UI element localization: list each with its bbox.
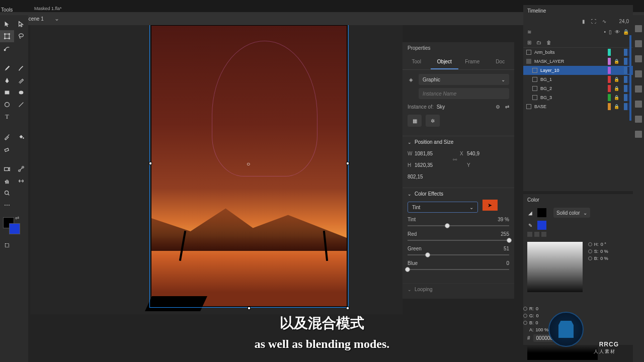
new-folder-icon[interactable]: 🗀 (536, 40, 541, 45)
red-value[interactable]: 255 (501, 231, 509, 237)
delete-layer-icon[interactable]: 🗑 (546, 40, 551, 45)
fill-icon[interactable]: ◢ (527, 210, 533, 216)
camera-tool[interactable] (0, 163, 14, 175)
stroke-icon[interactable]: ✎ (527, 222, 533, 228)
color-effect-dropdown[interactable]: Tint⌄ (408, 202, 478, 213)
symbol-type-dropdown[interactable]: Graphic⌄ (419, 74, 509, 85)
eyedropper-tool[interactable] (0, 131, 14, 143)
zoom-tool[interactable] (0, 187, 14, 199)
subselection-tool[interactable] (14, 18, 28, 30)
frame-picker-button[interactable]: ✲ (426, 115, 440, 127)
x-value[interactable]: 540,9 (467, 151, 502, 156)
snap-to-object-icon[interactable] (0, 239, 14, 251)
layer-lock-icon[interactable]: 🔒 (614, 104, 619, 109)
swap-colors-icon[interactable] (541, 232, 546, 237)
color-effects-header[interactable]: ⌄Color Effects (403, 188, 514, 200)
layer-name[interactable]: BG_1 (540, 77, 583, 82)
selection-tool[interactable] (0, 18, 14, 30)
width-tool[interactable] (14, 175, 28, 187)
paint-bucket-tool[interactable] (14, 131, 28, 143)
eye-icon[interactable]: 👁 (615, 29, 620, 35)
red-slider[interactable] (408, 240, 509, 241)
layer-row[interactable]: BG_3🔒 (523, 93, 633, 102)
layer-color-swatch[interactable] (608, 58, 611, 65)
layer-name[interactable]: Arm_bolts (534, 50, 577, 55)
line-tool[interactable] (14, 99, 28, 111)
fluid-brush-tool[interactable] (0, 42, 14, 54)
tint-percent[interactable]: 39 % (498, 217, 509, 222)
color-type-dropdown[interactable]: Solid color⌄ (553, 208, 590, 218)
tab-frame[interactable]: Frame (458, 55, 487, 69)
looping-header[interactable]: ⌄Looping (403, 283, 514, 295)
default-colors-icon[interactable] (527, 232, 532, 237)
layer-color-swatch[interactable] (608, 49, 611, 56)
stroke-color-preview[interactable] (537, 221, 546, 230)
hsb-radio[interactable] (588, 256, 592, 260)
width-value[interactable]: 1081,85 (415, 151, 450, 156)
layer-row[interactable]: BG_1🔒 (523, 75, 633, 84)
dock-icon[interactable] (635, 70, 642, 77)
layer-lock-icon[interactable]: 🔒 (614, 95, 619, 100)
g-value[interactable]: 0 (536, 313, 539, 318)
lock-icon[interactable]: 🔒 (623, 29, 629, 35)
text-tool[interactable]: T (0, 111, 14, 123)
brush-tool[interactable] (0, 62, 14, 74)
layer-row[interactable]: Layer_10 (523, 66, 633, 75)
eraser-tool[interactable] (0, 143, 14, 155)
chevron-down-icon[interactable]: ⌄ (53, 15, 61, 23)
camera-icon[interactable]: ▮ (582, 19, 585, 24)
transform-handle[interactable] (248, 307, 251, 310)
b-value[interactable]: 0 % (600, 256, 608, 261)
blue-value[interactable]: 0 (506, 260, 509, 266)
hsb-radio[interactable] (588, 249, 592, 253)
blue-slider[interactable] (408, 269, 509, 270)
tab-object[interactable]: Object (431, 55, 459, 69)
rgb-radio[interactable] (523, 314, 527, 318)
stage-canvas[interactable]: ○ (30, 25, 403, 314)
oval-tool[interactable] (14, 86, 28, 99)
rectangle-tool[interactable] (0, 86, 14, 99)
settings-icon[interactable]: ⚙ (496, 104, 500, 110)
layer-name[interactable]: BG_3 (540, 95, 583, 100)
green-value[interactable]: 51 (504, 246, 509, 251)
layer-row[interactable]: Arm_bolts (523, 48, 633, 57)
layer-color-swatch[interactable] (608, 94, 611, 101)
bone-tool[interactable] (14, 163, 28, 175)
parenting-icon[interactable]: ⛶ (591, 19, 596, 24)
hsb-radio[interactable] (588, 242, 592, 246)
transform-handle[interactable] (149, 162, 152, 165)
layer-color-swatch[interactable] (608, 76, 611, 83)
highlight-layer-icon[interactable]: • (604, 29, 606, 35)
green-slider[interactable] (408, 254, 509, 255)
playhead-marker[interactable] (629, 35, 631, 121)
tab-tool[interactable]: Tool (403, 55, 431, 69)
fill-color-preview[interactable] (537, 208, 546, 217)
document-tab[interactable]: Masked 1.fla* (34, 6, 62, 11)
color-picker[interactable] (527, 242, 583, 292)
rgb-radio[interactable] (523, 307, 527, 311)
s-value[interactable]: 0 % (600, 249, 608, 254)
graph-icon[interactable]: ∿ (602, 19, 606, 24)
layer-name[interactable]: BG_2 (540, 86, 583, 91)
swap-symbol-icon[interactable]: ⇄ (505, 104, 509, 110)
polystar-tool[interactable] (0, 99, 14, 111)
position-size-header[interactable]: ⌄Position and Size (403, 136, 514, 148)
hand-tool[interactable] (0, 175, 14, 187)
link-dimensions-icon[interactable]: ⚯ (450, 157, 460, 162)
layer-depth-icon[interactable]: ≋ (527, 29, 531, 35)
dock-icon[interactable] (635, 101, 642, 108)
layer-visibility-icon[interactable]: ▯ (609, 29, 612, 35)
a-value[interactable]: 100 % (536, 327, 549, 332)
layer-lock-icon[interactable]: 🔒 (614, 77, 619, 82)
no-color-icon[interactable] (534, 232, 539, 237)
h-value[interactable]: 0 ° (601, 242, 606, 247)
layer-name[interactable]: BASE (534, 104, 577, 109)
layer-name[interactable]: MASK_LAYER (534, 59, 577, 64)
pencil-tool[interactable] (14, 74, 28, 86)
dock-icon[interactable] (635, 40, 642, 47)
tint-slider[interactable] (408, 225, 509, 226)
free-transform-tool[interactable] (0, 30, 14, 42)
dock-icon[interactable] (635, 116, 642, 123)
y-value[interactable]: 802,15 (408, 174, 415, 179)
lasso-tool[interactable] (14, 30, 28, 42)
